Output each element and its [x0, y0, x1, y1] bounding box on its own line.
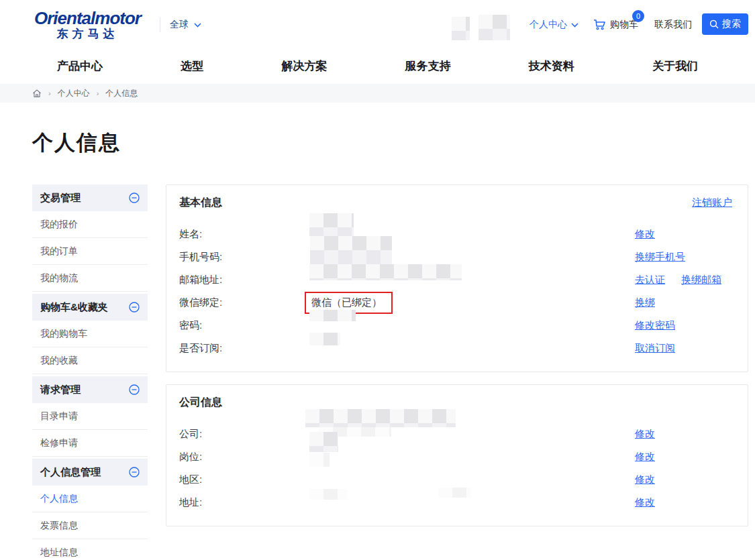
- search-button[interactable]: 搜索: [702, 13, 748, 35]
- info-row: 公司: 修改: [179, 423, 732, 445]
- nav-item[interactable]: 技术资料: [529, 58, 574, 74]
- breadcrumb-separator: ›: [97, 89, 99, 97]
- sidebar-section-header[interactable]: 请求管理: [32, 376, 148, 403]
- deactivate-account-link[interactable]: 注销账户: [692, 197, 732, 209]
- main-panel: 基本信息 注销账户 姓名: 修改 手机号码: 换绑手机号 邮箱地址: 去认证换绑…: [166, 184, 748, 526]
- row-action-link[interactable]: 修改: [635, 473, 655, 486]
- sidebar-section-header[interactable]: 个人信息管理: [32, 459, 148, 486]
- sidebar-section: 购物车&收藏夹 我的购物车 我的收藏: [32, 294, 148, 374]
- row-action-link[interactable]: 修改: [635, 228, 655, 241]
- row-action-link[interactable]: 换绑手机号: [635, 251, 685, 264]
- cart-button[interactable]: 购物车 0: [593, 19, 638, 31]
- sidebar-item[interactable]: 地址信息: [32, 539, 148, 560]
- row-label: 手机号码:: [179, 251, 309, 264]
- redacted-value: [452, 17, 470, 40]
- row-action-link[interactable]: 修改: [635, 496, 655, 509]
- row-links: 取消订阅: [635, 342, 732, 355]
- breadcrumb-separator: ›: [48, 89, 51, 97]
- main-nav: 产品中心 选型 解决方案 服务支持 技术资料 关于我们: [0, 50, 755, 81]
- row-label: 微信绑定:: [179, 296, 309, 309]
- info-row: 姓名: 修改: [179, 223, 732, 245]
- sidebar-item[interactable]: 我的订单: [32, 238, 148, 265]
- row-label: 公司:: [179, 428, 309, 441]
- collapse-minus-icon[interactable]: [129, 302, 140, 313]
- breadcrumb-item[interactable]: 个人中心: [58, 88, 90, 99]
- cart-count-badge: 0: [632, 10, 644, 22]
- breadcrumb-item[interactable]: 个人信息: [105, 88, 138, 99]
- row-action-link[interactable]: 修改: [635, 451, 655, 463]
- home-icon[interactable]: [32, 89, 42, 98]
- row-label: 姓名:: [179, 228, 309, 241]
- sidebar-item[interactable]: 我的收藏: [32, 347, 148, 374]
- redacted-value: [309, 333, 340, 345]
- nav-item[interactable]: 选型: [181, 58, 203, 74]
- logo-chinese: 东方马达: [32, 27, 143, 41]
- company-info-title: 公司信息: [179, 396, 732, 410]
- basic-info-rows: 姓名: 修改 手机号码: 换绑手机号 邮箱地址: 去认证换绑邮箱 微信绑定: 微…: [179, 223, 732, 359]
- sidebar-item[interactable]: 发票信息: [32, 512, 148, 539]
- collapse-minus-icon[interactable]: [129, 192, 140, 203]
- chevron-down-icon: [571, 23, 578, 27]
- sidebar-section: 请求管理 目录申请 检修申请: [32, 376, 148, 457]
- sidebar-item[interactable]: 个人信息: [32, 486, 148, 512]
- redacted-value: [305, 409, 456, 427]
- logo-wordmark: Orientalmotor: [32, 9, 143, 27]
- sidebar-section-header[interactable]: 购物车&收藏夹: [32, 294, 148, 321]
- redacted-value: [479, 15, 510, 40]
- sidebar-item[interactable]: 目录申请: [32, 403, 148, 430]
- info-row: 是否订阅: 取消订阅: [179, 337, 732, 359]
- row-label: 岗位:: [179, 451, 309, 463]
- info-row: 密码: 修改密码: [179, 314, 732, 337]
- redacted-value: [309, 310, 356, 321]
- row-action-link[interactable]: 取消订阅: [635, 342, 675, 355]
- collapse-minus-icon[interactable]: [129, 467, 140, 478]
- chevron-down-icon: [194, 23, 201, 27]
- row-label: 地址:: [179, 496, 309, 509]
- row-action-link[interactable]: 换绑邮箱: [681, 274, 721, 286]
- nav-item[interactable]: 关于我们: [652, 58, 698, 74]
- redacted-value: [309, 432, 338, 452]
- cart-icon: [593, 19, 606, 31]
- redacted-value: [309, 213, 354, 236]
- nav-item[interactable]: 服务支持: [405, 58, 451, 74]
- company-info-rows: 公司: 修改 岗位: 修改 地区: 修改 地址: 修改: [179, 423, 732, 514]
- sidebar-section-title: 交易管理: [40, 192, 81, 205]
- row-links: 修改: [635, 496, 732, 509]
- row-links: 换绑: [635, 296, 732, 309]
- row-links: 修改: [635, 451, 732, 463]
- nav-item[interactable]: 产品中心: [57, 58, 103, 74]
- breadcrumb: › 个人中心 › 个人信息: [0, 84, 755, 103]
- sidebar-item[interactable]: 检修申请: [32, 430, 148, 457]
- sidebar-item[interactable]: 我的物流: [32, 265, 148, 292]
- sidebar-section-title: 请求管理: [40, 384, 81, 396]
- row-action-link[interactable]: 修改: [635, 428, 655, 441]
- row-links: 修改密码: [635, 319, 732, 332]
- region-label: 全球: [170, 19, 189, 31]
- row-links: 去认证换绑邮箱: [635, 274, 732, 286]
- sidebar-item[interactable]: 我的报价: [32, 211, 148, 238]
- header: Orientalmotor 东方马达 全球 个人中心 购物车 0 联系我们: [0, 0, 755, 50]
- sidebar-item[interactable]: 我的购物车: [32, 321, 148, 347]
- sidebar-section-title: 个人信息管理: [40, 466, 101, 479]
- logo[interactable]: Orientalmotor 东方马达: [32, 9, 143, 41]
- account-menu[interactable]: 个人中心: [530, 19, 578, 31]
- contact-link[interactable]: 联系我们: [654, 19, 692, 31]
- row-label: 邮箱地址:: [179, 274, 309, 286]
- sidebar-section: 个人信息管理 个人信息 发票信息 地址信息: [32, 459, 148, 560]
- sidebar-section-header[interactable]: 交易管理: [32, 184, 148, 211]
- row-action-link[interactable]: 修改密码: [635, 319, 675, 332]
- sidebar-section-title: 购物车&收藏夹: [40, 301, 108, 314]
- region-selector[interactable]: 全球: [160, 17, 201, 32]
- redacted-value: [310, 236, 392, 265]
- page-title: 个人信息: [32, 129, 755, 153]
- nav-item[interactable]: 解决方案: [281, 58, 327, 74]
- row-label: 地区:: [179, 473, 309, 486]
- row-action-link[interactable]: 换绑: [635, 296, 655, 309]
- row-links: 修改: [635, 473, 732, 486]
- collapse-minus-icon[interactable]: [129, 384, 140, 395]
- row-action-link[interactable]: 去认证: [635, 274, 665, 286]
- row-label: 是否订阅:: [179, 342, 309, 355]
- sidebar-section: 交易管理 我的报价 我的订单 我的物流: [32, 184, 148, 292]
- info-row: 岗位: 修改: [179, 445, 732, 468]
- row-label: 密码:: [179, 319, 309, 332]
